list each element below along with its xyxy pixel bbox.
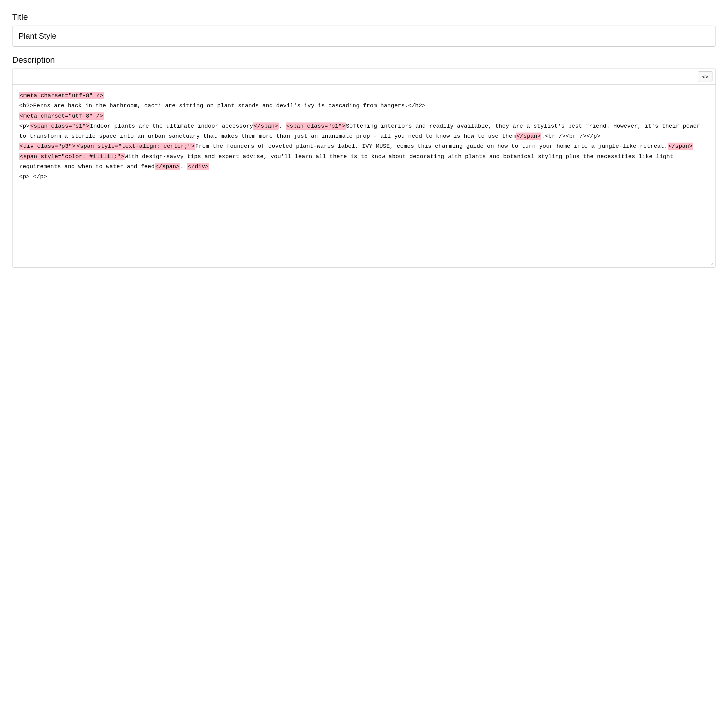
description-label: Description — [12, 55, 716, 65]
title-section: Title — [12, 12, 716, 47]
resize-handle: ⊿ — [710, 262, 714, 266]
description-content[interactable]: <meta charset="utf-8" /><h2>Ferns are ba… — [12, 85, 716, 267]
description-toolbar: <> — [12, 69, 716, 85]
description-wrapper: <> <meta charset="utf-8" /><h2>Ferns are… — [12, 69, 716, 268]
description-section: Description <> <meta charset="utf-8" /><… — [12, 55, 716, 268]
content-line-3: <p><span class="s1">Indoor plants are th… — [19, 121, 709, 142]
code-toggle-button[interactable]: <> — [698, 71, 712, 82]
content-line-2: <meta charset="utf-8" /> — [19, 111, 709, 121]
title-input[interactable] — [12, 26, 716, 47]
content-line-5: <p> </p> — [19, 172, 709, 182]
content-line-1: <h2>Ferns are back in the bathroom, cact… — [19, 101, 709, 111]
title-label: Title — [12, 12, 716, 22]
content-line-0: <meta charset="utf-8" /> — [19, 91, 709, 101]
content-line-4: <div class="p3"><span style="text-align:… — [19, 142, 709, 172]
